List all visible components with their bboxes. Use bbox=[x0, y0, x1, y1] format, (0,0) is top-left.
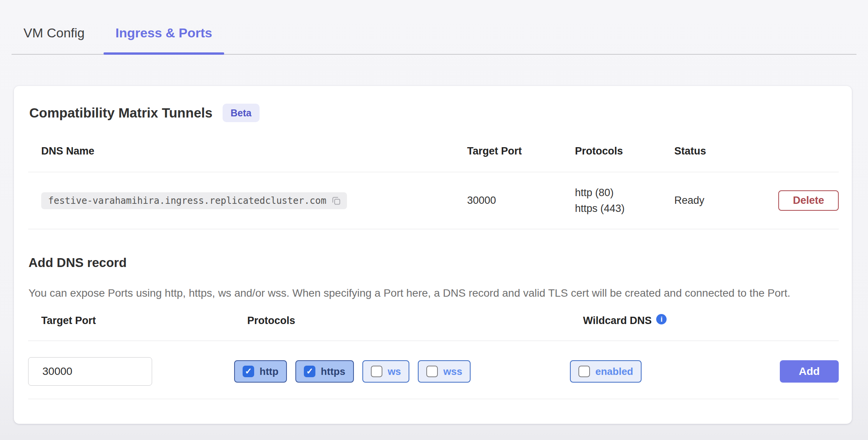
beta-badge: Beta bbox=[223, 104, 260, 122]
checkbox-checked-icon: ✓ bbox=[243, 366, 254, 377]
protocol-ws-label: ws bbox=[388, 366, 401, 376]
row-protocols: http (80) https (443) bbox=[575, 185, 674, 217]
compatibility-matrix-tunnels-card: Compatibility Matrix Tunnels Beta DNS Na… bbox=[14, 86, 852, 424]
label-wildcard-dns: Wildcard DNS i bbox=[583, 316, 766, 326]
tab-vm-config[interactable]: VM Config bbox=[12, 0, 97, 54]
copy-icon[interactable] bbox=[331, 195, 342, 206]
dns-name-pill[interactable]: festive-varahamihira.ingress.replicatedc… bbox=[41, 192, 347, 209]
protocol-http-label: http bbox=[260, 366, 278, 376]
wildcard-dns-label-text: Wildcard DNS bbox=[583, 316, 652, 326]
target-port-input[interactable] bbox=[28, 357, 152, 386]
protocol-https-label: https bbox=[321, 366, 345, 376]
card-title-row: Compatibility Matrix Tunnels Beta bbox=[28, 86, 839, 122]
protocol-checkbox-wss[interactable]: wss bbox=[418, 360, 471, 383]
header-target-port: Target Port bbox=[467, 146, 575, 156]
checkbox-unchecked-icon bbox=[371, 366, 382, 377]
dns-name-value: festive-varahamihira.ingress.replicatedc… bbox=[48, 195, 326, 206]
tab-ingress-ports[interactable]: Ingress & Ports bbox=[104, 0, 224, 54]
checkbox-unchecked-icon bbox=[578, 366, 590, 377]
form-labels-row: Target Port Protocols Wildcard DNS i bbox=[28, 316, 839, 341]
add-dns-record-heading: Add DNS record bbox=[28, 255, 839, 270]
header-status: Status bbox=[674, 146, 775, 156]
row-target-port: 30000 bbox=[467, 195, 575, 207]
header-dns-name: DNS Name bbox=[41, 146, 467, 156]
protocol-wss-label: wss bbox=[443, 366, 462, 376]
protocol-checkbox-http[interactable]: ✓ http bbox=[234, 360, 287, 383]
card-title: Compatibility Matrix Tunnels bbox=[29, 105, 213, 121]
table-row: festive-varahamihira.ingress.replicatedc… bbox=[28, 172, 839, 229]
checkbox-unchecked-icon bbox=[426, 366, 438, 377]
row-status: Ready bbox=[674, 195, 775, 207]
add-dns-record-description: You can expose Ports using http, https, … bbox=[28, 285, 833, 301]
protocol-checkbox-ws[interactable]: ws bbox=[362, 360, 410, 383]
checkbox-checked-icon: ✓ bbox=[304, 366, 315, 377]
row-protocol-http: http (80) bbox=[575, 185, 674, 201]
tab-bar: VM Config Ingress & Ports bbox=[12, 0, 856, 55]
add-button[interactable]: Add bbox=[780, 360, 839, 383]
label-target-port: Target Port bbox=[41, 316, 247, 326]
form-controls-row: ✓ http ✓ https ws wss enabled Add bbox=[28, 341, 839, 399]
tunnels-table-header: DNS Name Target Port Protocols Status bbox=[28, 146, 839, 172]
header-protocols: Protocols bbox=[575, 146, 674, 156]
wildcard-enabled-label: enabled bbox=[595, 366, 633, 376]
row-protocol-https: https (443) bbox=[575, 201, 674, 217]
info-icon[interactable]: i bbox=[656, 314, 667, 324]
protocol-checkbox-https[interactable]: ✓ https bbox=[295, 360, 354, 383]
delete-button[interactable]: Delete bbox=[778, 190, 839, 211]
protocol-chip-row: ✓ http ✓ https ws wss bbox=[234, 360, 570, 383]
label-protocols: Protocols bbox=[247, 316, 583, 326]
wildcard-enabled-checkbox[interactable]: enabled bbox=[570, 360, 642, 383]
